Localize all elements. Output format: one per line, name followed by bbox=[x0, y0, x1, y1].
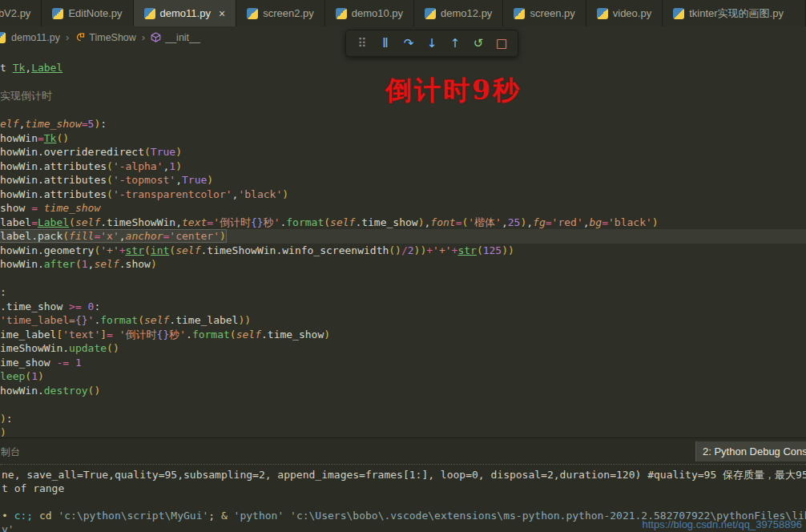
tab-label: tkinter实现的画图.py bbox=[689, 6, 784, 21]
terminal-line: ne, save_all=True,quality=95,subsampling… bbox=[2, 468, 806, 482]
step-into-button[interactable]: ↓ bbox=[421, 33, 442, 54]
python-file-icon bbox=[425, 8, 436, 19]
terminal-line: t of range bbox=[2, 482, 806, 495]
code-line: ime_show -= 1 bbox=[0, 356, 806, 370]
python-file-icon bbox=[0, 32, 6, 43]
code-line: ime_label['text']= '倒计时{}秒'.format(self.… bbox=[0, 328, 806, 342]
tab-label: EditNote.py bbox=[68, 7, 122, 19]
code-line: show = time_show bbox=[0, 201, 806, 216]
tab-label: lbV2.py bbox=[0, 7, 30, 19]
tab-label: demo12.py bbox=[441, 7, 492, 19]
tab-tkinter实现的画图.py[interactable]: tkinter实现的画图.py bbox=[663, 0, 806, 26]
code-editor[interactable]: t Tk,Label实现倒计时elf,time_show=5):howWin=T… bbox=[0, 61, 806, 440]
code-line: howWin=Tk() bbox=[0, 131, 806, 146]
code-line: imeShowWin.update() bbox=[0, 341, 806, 356]
code-line bbox=[0, 397, 806, 412]
python-file-icon bbox=[52, 8, 63, 19]
code-line: leep(1) bbox=[0, 369, 806, 384]
code-line: howWin.attributes('-alpha',1) bbox=[0, 159, 806, 174]
code-line: howWin.destroy() bbox=[0, 384, 806, 398]
breadcrumb-method-label: __init__ bbox=[165, 32, 200, 43]
drag-handle-icon[interactable]: ⠿ bbox=[352, 33, 373, 54]
code-line: 'time_label={}'.format(self.time_label)) bbox=[0, 313, 806, 328]
terminal-line bbox=[2, 495, 806, 509]
python-file-icon bbox=[514, 8, 525, 19]
tab-video.py[interactable]: video.py bbox=[586, 0, 663, 26]
restart-button[interactable]: ↺ bbox=[468, 33, 489, 54]
class-symbol-icon bbox=[75, 32, 85, 42]
breadcrumb-separator-icon: › bbox=[66, 31, 69, 43]
tab-lbV2.py[interactable]: lbV2.py bbox=[0, 0, 42, 26]
tab-EditNote.py[interactable]: EditNote.py bbox=[42, 0, 133, 26]
code-line: howWin.after(1,self.show) bbox=[0, 257, 806, 272]
step-out-button[interactable]: ↑ bbox=[445, 33, 465, 54]
tab-label: demo10.py bbox=[352, 7, 403, 19]
code-line: elf,time_show=5): bbox=[0, 117, 806, 131]
python-file-icon bbox=[247, 8, 258, 19]
code-line: label.pack(fill='x',anchor='center') bbox=[0, 229, 806, 244]
tab-label: screen2.py bbox=[263, 7, 314, 19]
code-line: howWin.attributes('-topmost',True) bbox=[0, 173, 806, 187]
code-line bbox=[0, 272, 806, 286]
console-picker-dropdown[interactable]: 2: Python Debug Console bbox=[695, 441, 806, 461]
code-line: label=Label(self.timeShowWin,text='倒计时{}… bbox=[0, 216, 806, 230]
step-over-button[interactable]: ↷ bbox=[398, 33, 419, 54]
vscode-window: { "tabs": [ {"label": "lbV2.py"}, {"labe… bbox=[0, 0, 806, 532]
code-line: howWin.attributes('-transparentcolor','b… bbox=[0, 187, 806, 202]
code-line: .time_show >= 0: bbox=[0, 300, 806, 314]
tab-screen2.py[interactable]: screen2.py bbox=[236, 0, 325, 26]
python-file-icon bbox=[144, 8, 155, 19]
tab-demo11.py[interactable]: demo11.py× bbox=[134, 0, 237, 26]
code-line: howWin.overrideredirect(True) bbox=[0, 145, 806, 159]
tab-label: video.py bbox=[613, 7, 651, 19]
debug-toolbar: ⠿Ⅱ↷↓↑↺□ bbox=[345, 30, 518, 57]
code-line: howWin.geometry('+'+str(int(self.timeSho… bbox=[0, 244, 806, 258]
tab-label: screen.py bbox=[530, 7, 574, 19]
tab-demo12.py[interactable]: demo12.py bbox=[414, 0, 503, 26]
countdown-overlay-text: 倒计时9秒 bbox=[385, 73, 522, 109]
breadcrumb-file[interactable]: demo11.py bbox=[11, 32, 60, 43]
breadcrumb-method[interactable]: __init__ bbox=[151, 32, 200, 43]
csdn-watermark: https://blog.csdn.net/qq_39758896 bbox=[643, 518, 803, 530]
breadcrumb-class-label: TimeShow bbox=[89, 32, 136, 43]
stop-button[interactable]: □ bbox=[491, 33, 512, 54]
editor-tab-bar: lbV2.pyEditNote.pydemo11.py×screen2.pyde… bbox=[0, 0, 806, 26]
python-file-icon bbox=[597, 8, 608, 19]
tab-label: demo11.py bbox=[160, 7, 211, 19]
method-symbol-icon bbox=[151, 32, 161, 42]
python-file-icon bbox=[673, 8, 684, 19]
code-line: : bbox=[0, 285, 806, 300]
panel-tab-label: 制台 bbox=[1, 445, 20, 459]
close-icon[interactable]: × bbox=[219, 8, 225, 19]
pause-button[interactable]: Ⅱ bbox=[375, 33, 396, 54]
tab-screen.py[interactable]: screen.py bbox=[503, 0, 586, 26]
panel-separator bbox=[0, 464, 806, 465]
tab-demo10.py[interactable]: demo10.py bbox=[325, 0, 414, 26]
breadcrumb-class[interactable]: TimeShow bbox=[75, 32, 136, 43]
breadcrumb-separator-icon: › bbox=[142, 31, 145, 43]
python-file-icon bbox=[336, 8, 347, 19]
code-line: ): bbox=[0, 412, 806, 426]
